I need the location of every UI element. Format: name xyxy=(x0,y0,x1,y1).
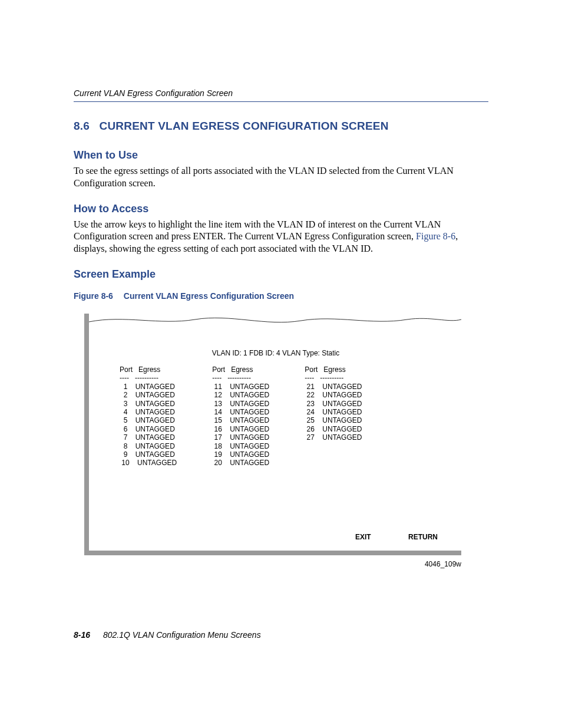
port-row: 13 UNTAGGED xyxy=(212,400,269,408)
port-row: 18 UNTAGGED xyxy=(212,442,269,450)
figure-caption: Figure 8-6 Current VLAN Egress Configura… xyxy=(74,291,488,301)
port-row: 19 UNTAGGED xyxy=(212,450,269,459)
port-row: 5 UNTAGGED xyxy=(120,416,177,424)
port-row: 2 UNTAGGED xyxy=(120,391,177,399)
port-row: 6 UNTAGGED xyxy=(120,425,177,433)
column-header: Port Egress xyxy=(305,365,362,374)
port-egress-column: Port Egress---- ---------- 11 UNTAGGED 1… xyxy=(212,365,269,467)
figure-caption-text: Current VLAN Egress Configuration Screen xyxy=(124,291,294,301)
port-row: 24 UNTAGGED xyxy=(305,408,362,416)
port-row: 8 UNTAGGED xyxy=(120,442,177,450)
subheading-screen-example: Screen Example xyxy=(74,268,488,281)
port-row: 22 UNTAGGED xyxy=(305,391,362,399)
screen-figure: VLAN ID: 1 FDB ID: 4 VLAN Type: Static P… xyxy=(84,314,461,555)
exit-button[interactable]: EXIT xyxy=(355,533,371,541)
how-body-pre: Use the arrow keys to highlight the line… xyxy=(74,219,441,242)
port-row: 27 UNTAGGED xyxy=(305,433,362,442)
section-number: 8.6 xyxy=(74,120,96,133)
port-row: 26 UNTAGGED xyxy=(305,425,362,433)
port-row: 11 UNTAGGED xyxy=(212,383,269,391)
port-row: 21 UNTAGGED xyxy=(305,383,362,391)
section-title: CURRENT VLAN EGRESS CONFIGURATION SCREEN xyxy=(99,120,388,132)
port-egress-column: Port Egress---- ---------- 21 UNTAGGED 2… xyxy=(305,365,362,467)
return-button[interactable]: RETURN xyxy=(408,533,438,541)
column-header: Port Egress xyxy=(212,365,269,374)
subheading-when-to-use: When to Use xyxy=(74,149,488,162)
port-row: 20 UNTAGGED xyxy=(212,459,269,467)
column-divider: ---- ---------- xyxy=(212,374,269,382)
port-row: 1 UNTAGGED xyxy=(120,383,177,391)
port-row: 16 UNTAGGED xyxy=(212,425,269,433)
port-row: 23 UNTAGGED xyxy=(305,400,362,408)
figure-label: Figure 8-6 xyxy=(74,291,113,301)
how-to-access-body: Use the arrow keys to highlight the line… xyxy=(74,219,488,255)
figure-cross-reference[interactable]: Figure 8-6 xyxy=(416,231,455,241)
column-divider: ---- ---------- xyxy=(120,374,177,382)
port-row: 10 UNTAGGED xyxy=(120,459,177,467)
page-number: 8-16 xyxy=(74,630,90,640)
footer-title: 802.1Q VLAN Configuration Menu Screens xyxy=(103,630,261,640)
port-row: 17 UNTAGGED xyxy=(212,433,269,442)
port-row: 25 UNTAGGED xyxy=(305,416,362,424)
screen-title: VLAN ID: 1 FDB ID: 4 VLAN Type: Static xyxy=(108,349,444,357)
running-head: Current VLAN Egress Configuration Screen xyxy=(74,88,488,102)
port-row: 9 UNTAGGED xyxy=(120,450,177,459)
port-row: 12 UNTAGGED xyxy=(212,391,269,399)
port-row: 3 UNTAGGED xyxy=(120,400,177,408)
figure-code: 4046_109w xyxy=(425,560,461,568)
port-row: 4 UNTAGGED xyxy=(120,408,177,416)
column-divider: ---- ---------- xyxy=(305,374,362,382)
port-egress-column: Port Egress---- ---------- 1 UNTAGGED 2 … xyxy=(120,365,177,467)
subheading-how-to-access: How to Access xyxy=(74,203,488,215)
column-header: Port Egress xyxy=(120,365,177,374)
when-to-use-body: To see the egress settings of all ports … xyxy=(74,165,488,190)
page-footer: 8-16 802.1Q VLAN Configuration Menu Scre… xyxy=(74,630,261,640)
section-heading: 8.6 CURRENT VLAN EGRESS CONFIGURATION SC… xyxy=(74,120,488,133)
port-row: 15 UNTAGGED xyxy=(212,416,269,424)
port-row: 7 UNTAGGED xyxy=(120,433,177,442)
port-row: 14 UNTAGGED xyxy=(212,408,269,416)
